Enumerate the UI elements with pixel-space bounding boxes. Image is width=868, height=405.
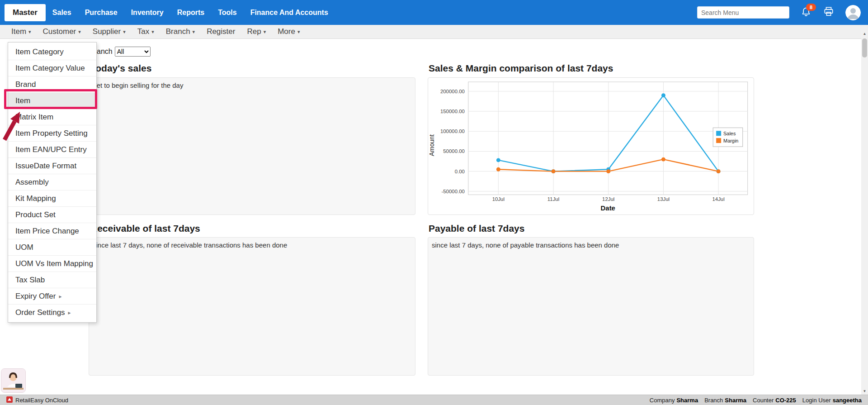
dropdown-item-price-change[interactable]: Item Price Change <box>8 223 96 239</box>
menu-item[interactable]: Item▾ <box>5 27 37 36</box>
dropdown-uom[interactable]: UOM <box>8 239 96 256</box>
svg-text:Sales: Sales <box>723 131 736 136</box>
user-avatar[interactable] <box>845 5 861 20</box>
svg-text:12Jul: 12Jul <box>602 196 614 202</box>
menu-branch[interactable]: Branch▾ <box>160 27 201 36</box>
dropdown-item-ean-upc-entry[interactable]: Item EAN/UPC Entry <box>8 142 96 158</box>
submenu-arrow-icon: ▸ <box>68 310 71 316</box>
chevron-down-icon: ▾ <box>78 29 81 34</box>
receivable-title: Receivable of last 7days <box>90 223 200 234</box>
dropdown-item-category-value[interactable]: Item Category Value <box>8 60 96 76</box>
menu-supplier[interactable]: Supplier▾ <box>87 27 132 36</box>
scrollbar-thumb[interactable] <box>862 38 867 57</box>
submenu-arrow-icon: ▸ <box>59 293 61 300</box>
svg-text:50000.00: 50000.00 <box>443 148 465 154</box>
chevron-down-icon: ▾ <box>297 29 300 34</box>
counter-value: CO-225 <box>775 397 796 404</box>
svg-text:14Jul: 14Jul <box>712 196 724 202</box>
chatbot-widget[interactable] <box>1 368 26 393</box>
dropdown-issuedate-format[interactable]: IssueDate Format <box>8 158 96 174</box>
sales-margin-chart: 200000.00150000.00100000.0050000.000.00-… <box>428 78 754 214</box>
nav-item-tools[interactable]: Tools <box>211 9 243 17</box>
dropdown-product-set[interactable]: Product Set <box>8 207 96 223</box>
scroll-up-button[interactable]: ▲ <box>861 30 868 37</box>
today-sales-panel: Yet to begin selling for the day <box>89 77 415 215</box>
svg-text:Margin: Margin <box>723 138 738 143</box>
payable-title: Payable of last 7days <box>429 223 524 234</box>
company-value: Sharma <box>676 397 698 404</box>
login-user-label: Login User <box>802 397 831 404</box>
nav-item-reports[interactable]: Reports <box>170 9 211 17</box>
app-name: RetailEasy OnCloud <box>15 397 68 404</box>
svg-text:-50000.00: -50000.00 <box>441 189 464 194</box>
dropdown-order-settings[interactable]: Order Settings▸ <box>8 305 96 321</box>
svg-text:10Jul: 10Jul <box>492 196 505 202</box>
sales-margin-panel: 200000.00150000.00100000.0050000.000.00-… <box>428 77 754 215</box>
dropdown-matrix-item[interactable]: Matrix Item <box>8 109 96 125</box>
dropdown-item[interactable]: Item <box>8 93 96 109</box>
svg-text:200000.00: 200000.00 <box>440 89 465 94</box>
status-bar: RetailEasy OnCloud CompanySharma BranchS… <box>0 395 868 405</box>
dropdown-item-category[interactable]: Item Category <box>8 44 96 60</box>
master-menubar: Item▾ Customer▾ Supplier▾ Tax▾ Branch▾ R… <box>0 25 868 39</box>
branch-filter-row: Branch All <box>90 47 151 57</box>
statusbar-right: CompanySharma BranchSharma CounterCO-225… <box>650 397 862 404</box>
svg-text:11Jul: 11Jul <box>547 196 559 202</box>
login-user-value: sangeetha <box>833 397 862 404</box>
menu-tax[interactable]: Tax▾ <box>132 27 160 36</box>
branch-label: Branch <box>704 397 723 404</box>
svg-text:100000.00: 100000.00 <box>440 129 465 134</box>
dropdown-tax-slab[interactable]: Tax Slab <box>8 272 96 288</box>
chevron-down-icon: ▾ <box>193 29 195 34</box>
nav-item-inventory[interactable]: Inventory <box>124 9 170 17</box>
counter-label: Counter <box>753 397 774 404</box>
today-sales-title: Today's sales <box>90 63 151 74</box>
person-icon <box>845 14 861 20</box>
receivable-panel: since last 7 days, none of receivable tr… <box>89 237 415 376</box>
menu-more[interactable]: More▾ <box>272 27 306 36</box>
chevron-down-icon: ▾ <box>264 29 266 34</box>
printer-icon <box>824 7 834 18</box>
receivable-message: since last 7 days, none of receivable tr… <box>89 238 415 249</box>
navbar-right-group: 8 <box>697 5 868 20</box>
search-menu-input[interactable] <box>697 6 789 19</box>
branch-select[interactable]: All <box>115 47 151 57</box>
menu-rep[interactable]: Rep▾ <box>241 27 272 36</box>
branch-value: Sharma <box>725 397 746 404</box>
svg-text:150000.00: 150000.00 <box>440 109 465 114</box>
menu-customer[interactable]: Customer▾ <box>37 27 87 36</box>
nav-item-purchase[interactable]: Purchase <box>78 9 124 17</box>
dropdown-kit-mapping[interactable]: Kit Mapping <box>8 191 96 207</box>
svg-text:Date: Date <box>601 205 615 212</box>
notification-badge: 8 <box>806 4 816 11</box>
nav-item-finance-and-accounts[interactable]: Finance And Accounts <box>244 9 335 17</box>
sales-margin-title: Sales & Margin comparison of last 7days <box>429 63 613 74</box>
retaileasy-logo-icon <box>6 396 13 404</box>
vertical-scrollbar[interactable]: ▲ ▼ <box>861 30 868 395</box>
item-dropdown-menu: Item Category Item Category Value Brand … <box>8 42 97 323</box>
statusbar-left: RetailEasy OnCloud <box>6 396 68 404</box>
company-label: Company <box>650 397 675 404</box>
dropdown-expiry-offer[interactable]: Expiry Offer▸ <box>8 288 96 305</box>
nav-item-sales[interactable]: Sales <box>46 9 78 17</box>
print-button[interactable] <box>823 7 835 19</box>
payable-panel: since last 7 days, none of payable trans… <box>428 237 754 376</box>
dropdown-assembly[interactable]: Assembly <box>8 174 96 191</box>
dropdown-brand[interactable]: Brand <box>8 76 96 93</box>
svg-text:13Jul: 13Jul <box>657 196 670 202</box>
dropdown-uom-vs-item-mapping[interactable]: UOM Vs Item Mapping <box>8 256 96 272</box>
svg-text:0.00: 0.00 <box>455 169 465 174</box>
chevron-down-icon: ▾ <box>28 29 31 34</box>
scroll-down-button[interactable]: ▼ <box>861 388 868 395</box>
notifications-button[interactable]: 8 <box>800 7 812 19</box>
today-sales-message: Yet to begin selling for the day <box>89 78 415 89</box>
payable-message: since last 7 days, none of payable trans… <box>428 238 754 249</box>
menu-register[interactable]: Register <box>201 27 241 36</box>
dropdown-item-property-setting[interactable]: Item Property Setting <box>8 125 96 142</box>
chevron-down-icon: ▾ <box>123 29 126 34</box>
master-tab[interactable]: Master <box>5 4 46 21</box>
top-navbar: Master Sales Purchase Inventory Reports … <box>0 0 868 25</box>
chevron-down-icon: ▾ <box>151 29 154 34</box>
chatbot-avatar-image <box>1 386 25 393</box>
svg-text:Amount: Amount <box>428 134 435 156</box>
